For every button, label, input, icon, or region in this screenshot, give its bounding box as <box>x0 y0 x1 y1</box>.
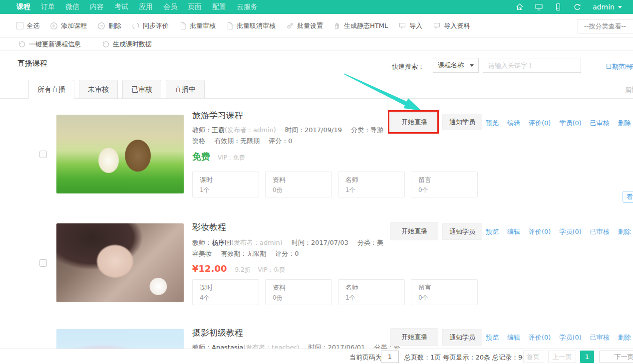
nav-menu: 课程 订单 微信 内容 考试 应用 会员 页面 配置 云服务 <box>0 2 258 11</box>
chat-bubble-icon <box>433 22 441 29</box>
row-checkbox[interactable] <box>39 259 47 267</box>
category-filter-select[interactable]: --按分类查看-- <box>578 19 633 33</box>
delete-link[interactable]: 删除 <box>618 227 631 236</box>
course-stats: 课时4个 资料0份 名师1个 留言0个 <box>192 279 478 305</box>
row-checkbox[interactable] <box>39 151 47 158</box>
date-range-link[interactable]: 日期范围? <box>606 62 633 71</box>
stat-teachers: 名师1个 <box>338 279 405 305</box>
course-title: 摄影初级教程 <box>192 327 243 339</box>
price-row: 免费 VIP：免费 <box>192 151 245 163</box>
delete-link[interactable]: 删除 <box>618 119 631 128</box>
tab-approved[interactable]: 已审核 <box>122 80 161 98</box>
select-all-label: 全选 <box>26 21 39 30</box>
preview-link[interactable]: 预览 <box>486 119 499 128</box>
students-link[interactable]: 学员(0) <box>559 227 581 236</box>
bulk-approve-button[interactable]: 批量审核 <box>179 21 216 30</box>
nav-item-apps[interactable]: 应用 <box>139 2 153 11</box>
reviews-link[interactable]: 评价(0) <box>529 333 551 342</box>
generate-static-html-button[interactable]: 生成静态HTML <box>333 21 388 30</box>
page-1-button[interactable]: 1 <box>580 351 594 363</box>
edit-link[interactable]: 编辑 <box>507 119 520 128</box>
select-all-checkbox[interactable] <box>16 22 23 29</box>
bulk-toolbar: 全选 添加课程 删除 同步评价 批量审核 <box>0 14 633 38</box>
nav-item-pages[interactable]: 页面 <box>188 2 202 11</box>
view-badge[interactable]: 看 <box>623 191 633 203</box>
stat-comments: 留言0个 <box>411 279 478 305</box>
add-course-button[interactable]: 添加课程 <box>50 21 87 30</box>
next-page-button[interactable]: 下一页 <box>599 351 633 363</box>
approved-link[interactable]: 已审核 <box>590 227 610 236</box>
minus-circle-icon <box>97 22 105 30</box>
page-title: 直播课程 <box>17 59 47 68</box>
stat-teachers: 名师1个 <box>338 172 405 197</box>
approved-link[interactable]: 已审核 <box>590 333 610 342</box>
publisher: (发布者：admin) <box>225 126 276 134</box>
students-link[interactable]: 学员(0) <box>559 119 581 128</box>
mobile-icon[interactable] <box>554 3 562 11</box>
first-page-button[interactable]: 首页 <box>523 351 543 363</box>
import-materials-button[interactable]: 导入资料 <box>433 21 470 30</box>
vip-price: VIP：免费 <box>258 266 286 274</box>
quick-search-label: 快速搜索： <box>392 62 424 71</box>
import-button[interactable]: 导入 <box>398 21 422 30</box>
course-title: 彩妆教程 <box>192 221 226 233</box>
tab-all-live[interactable]: 所有直播 <box>28 80 74 99</box>
bulk-unapprove-button[interactable]: 批量取消审核 <box>226 21 276 30</box>
notify-students-button[interactable]: 通知学员 <box>442 223 482 240</box>
course-meta: 教师：王霞(发布者：admin) 时间：2017/09/19 分类：导游资格 有… <box>192 125 389 147</box>
home-icon[interactable] <box>516 3 524 11</box>
search-input[interactable] <box>483 58 581 73</box>
discount: 9.2折 <box>235 266 250 274</box>
monitor-icon[interactable] <box>535 3 543 11</box>
pagination-bar: 当前页码为： 总页数：1页 每页显示：20条 总记录：9条 首页 上一页 1 下… <box>0 349 633 364</box>
course-row: 旅游学习课程 教师：王霞(发布者：admin) 时间：2017/09/19 分类… <box>0 99 633 215</box>
update-course-info-button[interactable]: 一键更新课程信息 <box>18 40 81 49</box>
price-row: ¥12.00 9.2折 VIP：免费 <box>192 263 286 274</box>
delete-link[interactable]: 删除 <box>618 333 631 342</box>
notify-students-button[interactable]: 通知学员 <box>442 114 482 130</box>
sync-reviews-button[interactable]: 同步评价 <box>132 21 169 30</box>
nav-item-cloud[interactable]: 云服务 <box>237 2 258 11</box>
prev-page-button[interactable]: 上一页 <box>548 351 576 363</box>
refresh-icon[interactable] <box>573 3 582 11</box>
delete-button[interactable]: 删除 <box>97 21 121 30</box>
select-all[interactable]: 全选 <box>16 21 39 30</box>
edit-link[interactable]: 编辑 <box>507 333 520 342</box>
preview-link[interactable]: 预览 <box>486 333 499 342</box>
teacher-name: 杨序国 <box>212 239 231 246</box>
attribute-label: 属性 <box>625 85 633 94</box>
preview-link[interactable]: 预览 <box>486 227 499 236</box>
undo-circle-icon <box>18 40 26 48</box>
bulk-settings-button[interactable]: 批量设置 <box>286 21 323 30</box>
start-live-button[interactable]: 开始直播 <box>390 222 438 240</box>
hand-pointer-icon <box>333 22 341 30</box>
stat-materials: 资料0份 <box>265 279 332 305</box>
start-live-button[interactable]: 开始直播 <box>390 328 438 346</box>
plus-circle-icon <box>50 22 58 30</box>
reviews-link[interactable]: 评价(0) <box>529 119 551 128</box>
search-type-select[interactable]: 课程名称 <box>433 58 479 73</box>
approved-link[interactable]: 已审核 <box>590 119 610 128</box>
nav-item-courses[interactable]: 课程 <box>16 2 30 11</box>
user-menu[interactable]: admin <box>593 3 622 11</box>
sync-icon <box>132 22 140 30</box>
tab-unapproved[interactable]: 未审核 <box>79 80 118 98</box>
live-tabs: 所有直播 未审核 已审核 直播中 <box>28 80 205 99</box>
edit-link[interactable]: 编辑 <box>507 227 520 236</box>
page-number-input[interactable] <box>381 351 399 363</box>
students-link[interactable]: 学员(0) <box>559 333 581 342</box>
nav-item-members[interactable]: 会员 <box>163 2 177 11</box>
caret-down-icon <box>470 64 474 67</box>
nav-item-wechat[interactable]: 微信 <box>65 2 79 11</box>
generate-lesson-data-button[interactable]: 生成课时数据 <box>102 40 152 49</box>
notify-students-button[interactable]: 通知学员 <box>442 329 482 346</box>
tab-live-now[interactable]: 直播中 <box>166 80 205 98</box>
nav-item-content[interactable]: 内容 <box>90 2 104 11</box>
date-start-label: 开 <box>630 62 633 71</box>
start-live-button[interactable]: 开始直播 <box>390 112 438 132</box>
nav-item-settings[interactable]: 配置 <box>212 2 226 11</box>
course-thumbnail <box>56 223 184 302</box>
nav-item-exams[interactable]: 考试 <box>114 2 128 11</box>
nav-item-orders[interactable]: 订单 <box>41 2 55 11</box>
reviews-link[interactable]: 评价(0) <box>529 227 551 236</box>
